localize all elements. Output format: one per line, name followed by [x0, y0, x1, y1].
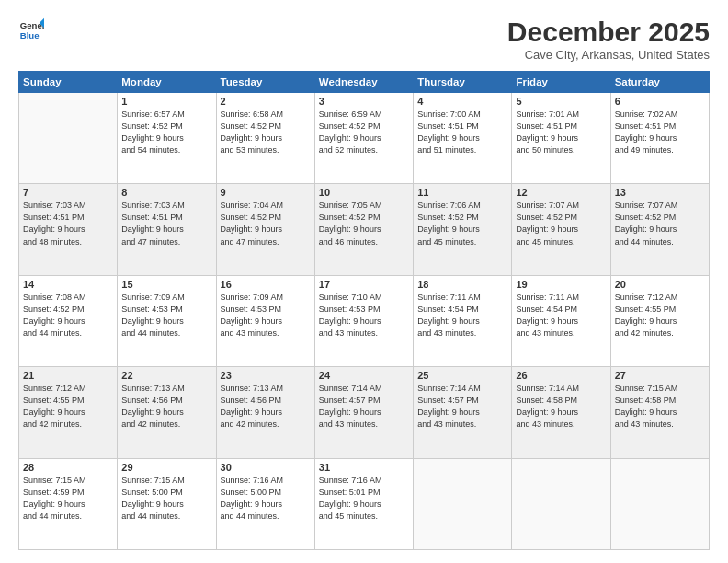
table-row: 13Sunrise: 7:07 AM Sunset: 4:52 PM Dayli… [610, 184, 709, 275]
day-number: 12 [516, 187, 606, 198]
table-row: 20Sunrise: 7:12 AM Sunset: 4:55 PM Dayli… [610, 275, 709, 366]
day-info: Sunrise: 7:04 AM Sunset: 4:52 PM Dayligh… [221, 200, 311, 247]
svg-text:Blue: Blue [20, 30, 40, 40]
day-info: Sunrise: 7:05 AM Sunset: 4:52 PM Dayligh… [319, 200, 409, 247]
day-number: 30 [221, 462, 311, 473]
subtitle: Cave City, Arkansas, United States [507, 48, 710, 62]
day-number: 26 [516, 370, 606, 381]
day-info: Sunrise: 7:12 AM Sunset: 4:55 PM Dayligh… [23, 383, 113, 431]
day-info: Sunrise: 7:11 AM Sunset: 4:54 PM Dayligh… [516, 292, 606, 339]
day-number: 8 [121, 187, 211, 198]
day-number: 28 [23, 462, 113, 473]
calendar: Sunday Monday Tuesday Wednesday Thursday… [18, 71, 710, 550]
day-info: Sunrise: 7:14 AM Sunset: 4:58 PM Dayligh… [516, 383, 606, 431]
day-info: Sunrise: 6:57 AM Sunset: 4:52 PM Dayligh… [121, 109, 211, 156]
day-info: Sunrise: 7:15 AM Sunset: 4:59 PM Dayligh… [23, 475, 113, 523]
table-row: 7Sunrise: 7:03 AM Sunset: 4:51 PM Daylig… [19, 184, 118, 275]
day-number: 22 [121, 370, 211, 381]
day-info: Sunrise: 7:16 AM Sunset: 5:00 PM Dayligh… [221, 475, 311, 523]
table-row: 31Sunrise: 7:16 AM Sunset: 5:01 PM Dayli… [314, 458, 413, 549]
day-info: Sunrise: 7:08 AM Sunset: 4:52 PM Dayligh… [23, 292, 113, 339]
col-thursday: Thursday [414, 72, 512, 93]
table-row: 10Sunrise: 7:05 AM Sunset: 4:52 PM Dayli… [314, 184, 413, 275]
table-row [610, 458, 709, 549]
day-info: Sunrise: 7:01 AM Sunset: 4:51 PM Dayligh… [516, 109, 606, 156]
table-row: 21Sunrise: 7:12 AM Sunset: 4:55 PM Dayli… [19, 367, 118, 458]
col-monday: Monday [118, 72, 216, 93]
table-row: 16Sunrise: 7:09 AM Sunset: 4:53 PM Dayli… [216, 275, 314, 366]
day-number: 21 [23, 370, 113, 381]
day-number: 9 [221, 187, 311, 198]
day-info: Sunrise: 7:10 AM Sunset: 4:53 PM Dayligh… [319, 292, 409, 339]
table-row: 4Sunrise: 7:00 AM Sunset: 4:51 PM Daylig… [414, 93, 512, 184]
table-row [414, 458, 512, 549]
header-row: Sunday Monday Tuesday Wednesday Thursday… [19, 72, 710, 93]
table-row: 2Sunrise: 6:58 AM Sunset: 4:52 PM Daylig… [216, 93, 314, 184]
table-row: 9Sunrise: 7:04 AM Sunset: 4:52 PM Daylig… [216, 184, 314, 275]
header: General Blue December 2025 Cave City, Ar… [18, 17, 710, 62]
day-number: 31 [319, 462, 409, 473]
col-tuesday: Tuesday [216, 72, 314, 93]
table-row: 26Sunrise: 7:14 AM Sunset: 4:58 PM Dayli… [512, 367, 610, 458]
day-info: Sunrise: 7:14 AM Sunset: 4:57 PM Dayligh… [417, 383, 507, 431]
day-number: 5 [516, 96, 606, 107]
day-info: Sunrise: 7:15 AM Sunset: 5:00 PM Dayligh… [121, 475, 211, 523]
table-row [19, 93, 118, 184]
day-number: 13 [615, 187, 705, 198]
day-info: Sunrise: 7:09 AM Sunset: 4:53 PM Dayligh… [121, 292, 211, 339]
day-number: 25 [417, 370, 507, 381]
col-wednesday: Wednesday [314, 72, 413, 93]
calendar-week-row: 21Sunrise: 7:12 AM Sunset: 4:55 PM Dayli… [19, 367, 710, 458]
table-row: 24Sunrise: 7:14 AM Sunset: 4:57 PM Dayli… [314, 367, 413, 458]
day-number: 7 [23, 187, 113, 198]
col-saturday: Saturday [610, 72, 709, 93]
day-info: Sunrise: 7:11 AM Sunset: 4:54 PM Dayligh… [417, 292, 507, 339]
day-info: Sunrise: 7:15 AM Sunset: 4:58 PM Dayligh… [615, 383, 705, 431]
col-sunday: Sunday [19, 72, 118, 93]
day-info: Sunrise: 7:13 AM Sunset: 4:56 PM Dayligh… [221, 383, 311, 431]
page: General Blue December 2025 Cave City, Ar… [0, 0, 728, 563]
table-row: 12Sunrise: 7:07 AM Sunset: 4:52 PM Dayli… [512, 184, 610, 275]
day-number: 14 [23, 279, 113, 290]
table-row: 22Sunrise: 7:13 AM Sunset: 4:56 PM Dayli… [118, 367, 216, 458]
day-info: Sunrise: 6:59 AM Sunset: 4:52 PM Dayligh… [319, 109, 409, 156]
table-row: 14Sunrise: 7:08 AM Sunset: 4:52 PM Dayli… [19, 275, 118, 366]
logo: General Blue [18, 17, 44, 42]
day-number: 18 [417, 279, 507, 290]
day-info: Sunrise: 7:00 AM Sunset: 4:51 PM Dayligh… [417, 109, 507, 156]
day-number: 15 [121, 279, 211, 290]
table-row: 29Sunrise: 7:15 AM Sunset: 5:00 PM Dayli… [118, 458, 216, 549]
table-row: 27Sunrise: 7:15 AM Sunset: 4:58 PM Dayli… [610, 367, 709, 458]
table-row: 17Sunrise: 7:10 AM Sunset: 4:53 PM Dayli… [314, 275, 413, 366]
day-number: 23 [221, 370, 311, 381]
day-info: Sunrise: 7:07 AM Sunset: 4:52 PM Dayligh… [615, 200, 705, 247]
day-info: Sunrise: 7:03 AM Sunset: 4:51 PM Dayligh… [23, 200, 113, 247]
table-row: 5Sunrise: 7:01 AM Sunset: 4:51 PM Daylig… [512, 93, 610, 184]
day-number: 2 [221, 96, 311, 107]
day-number: 6 [615, 96, 705, 107]
table-row: 1Sunrise: 6:57 AM Sunset: 4:52 PM Daylig… [118, 93, 216, 184]
day-info: Sunrise: 7:16 AM Sunset: 5:01 PM Dayligh… [319, 475, 409, 523]
table-row: 18Sunrise: 7:11 AM Sunset: 4:54 PM Dayli… [414, 275, 512, 366]
day-number: 20 [615, 279, 705, 290]
day-info: Sunrise: 7:03 AM Sunset: 4:51 PM Dayligh… [121, 200, 211, 247]
day-info: Sunrise: 7:02 AM Sunset: 4:51 PM Dayligh… [615, 109, 705, 156]
table-row: 15Sunrise: 7:09 AM Sunset: 4:53 PM Dayli… [118, 275, 216, 366]
table-row: 3Sunrise: 6:59 AM Sunset: 4:52 PM Daylig… [314, 93, 413, 184]
table-row: 6Sunrise: 7:02 AM Sunset: 4:51 PM Daylig… [610, 93, 709, 184]
title-area: December 2025 Cave City, Arkansas, Unite… [507, 17, 710, 62]
table-row: 25Sunrise: 7:14 AM Sunset: 4:57 PM Dayli… [414, 367, 512, 458]
day-info: Sunrise: 7:09 AM Sunset: 4:53 PM Dayligh… [221, 292, 311, 339]
day-number: 11 [417, 187, 507, 198]
table-row: 19Sunrise: 7:11 AM Sunset: 4:54 PM Dayli… [512, 275, 610, 366]
day-number: 19 [516, 279, 606, 290]
day-number: 3 [319, 96, 409, 107]
calendar-week-row: 7Sunrise: 7:03 AM Sunset: 4:51 PM Daylig… [19, 184, 710, 275]
day-info: Sunrise: 7:06 AM Sunset: 4:52 PM Dayligh… [417, 200, 507, 247]
table-row: 28Sunrise: 7:15 AM Sunset: 4:59 PM Dayli… [19, 458, 118, 549]
calendar-week-row: 1Sunrise: 6:57 AM Sunset: 4:52 PM Daylig… [19, 93, 710, 184]
calendar-week-row: 14Sunrise: 7:08 AM Sunset: 4:52 PM Dayli… [19, 275, 710, 366]
table-row: 8Sunrise: 7:03 AM Sunset: 4:51 PM Daylig… [118, 184, 216, 275]
day-number: 4 [417, 96, 507, 107]
day-number: 27 [615, 370, 705, 381]
